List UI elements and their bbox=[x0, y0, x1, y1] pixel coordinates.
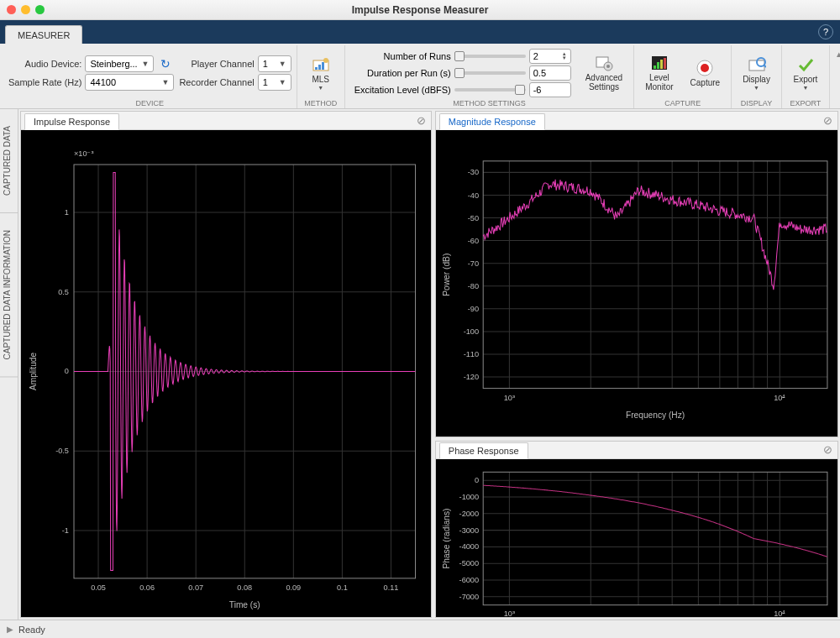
collapse-ribbon-icon[interactable]: ▴ bbox=[830, 45, 840, 108]
mls-button[interactable]: MLS ▼ bbox=[302, 53, 339, 93]
svg-text:-1000: -1000 bbox=[459, 493, 479, 501]
svg-text:Time (s): Time (s) bbox=[229, 600, 260, 609]
num-runs-slider[interactable] bbox=[454, 55, 526, 58]
record-icon bbox=[696, 59, 714, 77]
capture-button[interactable]: Capture bbox=[685, 56, 727, 90]
svg-rect-3 bbox=[322, 62, 324, 70]
tab-impulse-response[interactable]: Impulse Response bbox=[24, 113, 119, 130]
svg-rect-12 bbox=[664, 58, 666, 69]
audio-device-label: Audio Device: bbox=[8, 59, 81, 69]
zoom-window-icon[interactable] bbox=[35, 5, 45, 14]
svg-rect-2 bbox=[318, 65, 321, 70]
recorder-channel-combo[interactable]: 1▼ bbox=[258, 74, 291, 91]
audio-device-combo[interactable]: Steinberg...▼ bbox=[85, 55, 154, 72]
svg-text:0.06: 0.06 bbox=[139, 583, 155, 592]
svg-text:0.1: 0.1 bbox=[337, 583, 348, 592]
duration-slider[interactable] bbox=[454, 71, 526, 75]
svg-rect-11 bbox=[660, 60, 663, 69]
level-monitor-icon bbox=[650, 54, 669, 72]
chevron-down-icon: ▼ bbox=[318, 85, 323, 91]
advanced-settings-button[interactable]: AdvancedSettings bbox=[580, 51, 628, 94]
export-button[interactable]: Export ▼ bbox=[787, 53, 824, 93]
excitation-field[interactable]: -6 bbox=[529, 82, 571, 97]
side-tabs: CAPTURED DATA CAPTURED DATA INFORMATION bbox=[0, 109, 18, 620]
panel-close-icon[interactable]: ⊘ bbox=[417, 114, 426, 127]
svg-text:Power (dB): Power (dB) bbox=[442, 254, 451, 296]
panel-close-icon[interactable]: ⊘ bbox=[823, 443, 832, 456]
tab-magnitude-response[interactable]: Magnitude Response bbox=[439, 113, 545, 130]
svg-rect-1 bbox=[315, 67, 318, 70]
svg-text:-5000: -5000 bbox=[459, 559, 479, 567]
chevron-down-icon: ▼ bbox=[160, 78, 172, 86]
sample-rate-label: Sample Rate (Hz) bbox=[8, 77, 81, 87]
refresh-icon[interactable]: ↻ bbox=[157, 57, 174, 71]
group-method-settings-label: METHOD SETTINGS bbox=[350, 98, 628, 108]
svg-text:-0.5: -0.5 bbox=[55, 447, 69, 455]
excitation-slider[interactable] bbox=[454, 88, 526, 92]
svg-text:0.09: 0.09 bbox=[286, 583, 301, 592]
close-window-icon[interactable] bbox=[7, 5, 16, 14]
svg-text:-120: -120 bbox=[463, 373, 478, 381]
display-button[interactable]: Display ▼ bbox=[737, 53, 776, 93]
window-title: Impulse Response Measurer bbox=[352, 4, 489, 16]
svg-text:10⁴: 10⁴ bbox=[774, 394, 785, 402]
svg-text:-40: -40 bbox=[468, 191, 479, 200]
svg-text:Frequency (Hz): Frequency (Hz) bbox=[626, 411, 685, 420]
svg-text:0.07: 0.07 bbox=[188, 583, 203, 592]
ribbon: Audio Device: Steinberg...▼ ↻ Sample Rat… bbox=[0, 44, 840, 109]
svg-text:-90: -90 bbox=[468, 305, 479, 313]
panel-impulse: Impulse Response ⊘ 0.050.060.070.080.090… bbox=[20, 111, 432, 618]
svg-text:-30: -30 bbox=[468, 168, 479, 176]
recorder-channel-label: Recorder Channel bbox=[179, 77, 254, 87]
svg-text:0: 0 bbox=[475, 476, 479, 484]
level-monitor-button[interactable]: LevelMonitor bbox=[639, 51, 679, 94]
sidetab-captured-data-info[interactable]: CAPTURED DATA INFORMATION bbox=[0, 213, 18, 377]
svg-text:-2000: -2000 bbox=[459, 510, 479, 518]
toolstrip: MEASURER ? bbox=[0, 20, 840, 44]
checkmark-icon bbox=[796, 55, 815, 74]
plot-magnitude[interactable]: -30-40-50-60-70-80-90-100-110-12010³10⁴F… bbox=[436, 130, 837, 437]
group-method-label: METHOD bbox=[302, 98, 339, 108]
group-export-label: EXPORT bbox=[787, 98, 824, 108]
svg-point-7 bbox=[606, 65, 610, 68]
num-runs-field[interactable]: 2▲▼ bbox=[529, 49, 571, 64]
group-display-label: DISPLAY bbox=[737, 98, 776, 108]
help-icon[interactable]: ? bbox=[818, 24, 833, 39]
play-icon[interactable]: ▶ bbox=[7, 625, 13, 634]
plot-impulse[interactable]: 0.050.060.070.080.090.10.11-1-0.500.51×1… bbox=[21, 130, 431, 617]
svg-text:-80: -80 bbox=[468, 282, 479, 290]
svg-text:-110: -110 bbox=[463, 350, 478, 358]
svg-text:0: 0 bbox=[65, 368, 69, 376]
spinner-icon[interactable]: ▲▼ bbox=[562, 52, 567, 60]
panel-close-icon[interactable]: ⊘ bbox=[823, 114, 832, 127]
svg-text:0.11: 0.11 bbox=[384, 583, 399, 592]
chevron-down-icon: ▼ bbox=[276, 60, 289, 68]
plot-phase[interactable]: 0-1000-2000-3000-4000-5000-6000-700010³1… bbox=[436, 459, 837, 618]
sidetab-captured-data[interactable]: CAPTURED DATA bbox=[0, 109, 18, 213]
statusbar: ▶ Ready bbox=[0, 620, 840, 638]
svg-text:-4000: -4000 bbox=[459, 542, 479, 551]
player-channel-combo[interactable]: 1▼ bbox=[258, 55, 291, 72]
duration-field[interactable]: 0.5 bbox=[529, 65, 571, 81]
minimize-window-icon[interactable] bbox=[21, 5, 30, 14]
chevron-down-icon: ▼ bbox=[139, 60, 152, 68]
tab-phase-response[interactable]: Phase Response bbox=[439, 442, 528, 459]
player-channel-label: Player Channel bbox=[179, 59, 254, 69]
tab-measurer[interactable]: MEASURER bbox=[5, 25, 82, 44]
svg-text:0.5: 0.5 bbox=[58, 288, 69, 296]
svg-point-4 bbox=[323, 58, 328, 63]
svg-text:-70: -70 bbox=[468, 259, 479, 268]
status-text: Ready bbox=[18, 625, 45, 635]
panel-phase: Phase Response ⊘ 0-1000-2000-3000-4000-5… bbox=[435, 441, 838, 618]
svg-text:-100: -100 bbox=[463, 327, 478, 336]
svg-text:-1: -1 bbox=[62, 526, 69, 535]
panel-magnitude: Magnitude Response ⊘ -30-40-50-60-70-80-… bbox=[435, 111, 838, 437]
chevron-down-icon: ▼ bbox=[276, 78, 289, 86]
svg-text:-7000: -7000 bbox=[459, 593, 479, 601]
svg-text:1: 1 bbox=[65, 208, 69, 217]
sample-rate-combo[interactable]: 44100▼ bbox=[85, 74, 174, 91]
svg-text:×10⁻³: ×10⁻³ bbox=[74, 149, 94, 158]
svg-text:10³: 10³ bbox=[504, 609, 515, 618]
svg-text:-6000: -6000 bbox=[459, 576, 479, 584]
gear-icon bbox=[595, 54, 613, 72]
